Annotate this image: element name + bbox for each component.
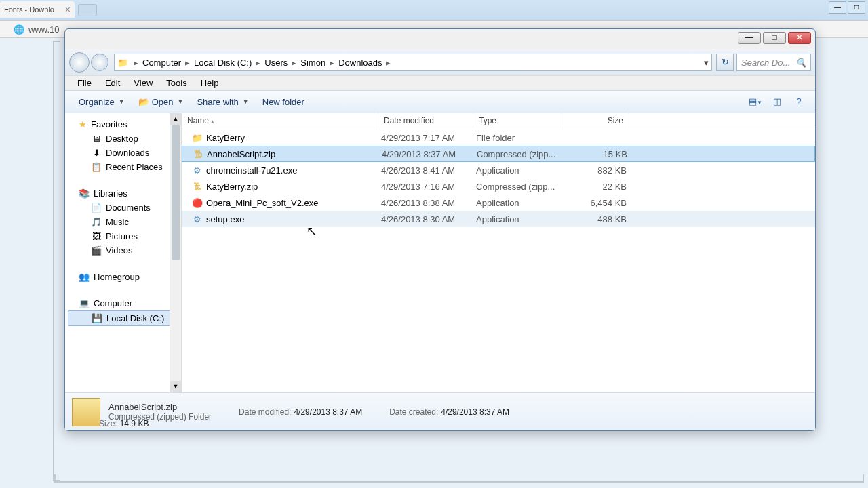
main-content: ★ Favorites 🖥Desktop ⬇Downloads 📋Recent … bbox=[65, 113, 815, 392]
details-created: 4/29/2013 8:37 AM bbox=[441, 407, 509, 417]
new-tab-button[interactable] bbox=[78, 4, 97, 16]
new-folder-button[interactable]: New folder bbox=[256, 94, 311, 110]
browser-maximize-icon[interactable]: □ bbox=[848, 1, 865, 14]
libraries-header[interactable]: 📚 Libraries bbox=[65, 186, 181, 201]
minimize-button[interactable]: — bbox=[738, 32, 761, 44]
open-icon: 📂 bbox=[138, 97, 149, 107]
file-type: Application bbox=[476, 214, 564, 224]
browser-window-controls: — □ bbox=[827, 1, 865, 14]
file-row[interactable]: 🔴Opera_Mini_Pc_soft_V2.exe4/26/2013 8:38… bbox=[182, 195, 815, 211]
breadcrumb-computer[interactable]: Computer bbox=[140, 58, 184, 68]
scroll-down-icon[interactable]: ▼ bbox=[170, 381, 181, 392]
toolbar: Organize▼ 📂 Open▼ Share with▼ New folder… bbox=[65, 90, 815, 113]
file-row[interactable]: ⚙chromeinstall-7u21.exe4/26/2013 8:41 AM… bbox=[182, 162, 815, 178]
explorer-titlebar[interactable]: — □ ✕ bbox=[65, 29, 815, 49]
breadcrumb-sep[interactable]: ▸ bbox=[328, 58, 336, 68]
explorer-window: — □ ✕ 📁 ▸ Computer ▸ Local Disk (C:) ▸ U… bbox=[64, 28, 816, 431]
address-dropdown-icon[interactable]: ▾ bbox=[704, 58, 709, 68]
breadcrumb-users[interactable]: Users bbox=[262, 58, 290, 68]
file-list: Name ▴ Date modified Type Size 📁KatyBerr… bbox=[182, 113, 815, 392]
sidebar-item-downloads[interactable]: ⬇Downloads bbox=[65, 146, 181, 160]
file-size: 6,454 KB bbox=[564, 198, 627, 208]
sidebar-item-documents[interactable]: 📄Documents bbox=[65, 201, 181, 215]
breadcrumb-localdisk[interactable]: Local Disk (C:) bbox=[191, 58, 254, 68]
menu-edit[interactable]: Edit bbox=[98, 77, 127, 89]
menu-bar: File Edit View Tools Help bbox=[65, 75, 815, 90]
file-row[interactable]: 🗜AnnabelScript.zip4/29/2013 8:37 AMCompr… bbox=[182, 146, 815, 162]
pictures-icon: 🖼 bbox=[91, 231, 102, 241]
maximize-button[interactable]: □ bbox=[763, 32, 786, 44]
file-name: AnnabelScript.zip bbox=[207, 149, 382, 159]
open-button[interactable]: 📂 Open▼ bbox=[132, 94, 191, 110]
preview-pane-button[interactable]: ◫ bbox=[768, 94, 787, 110]
file-row[interactable]: ⚙setup.exe4/26/2013 8:30 AMApplication48… bbox=[182, 211, 815, 227]
favorites-header[interactable]: ★ Favorites bbox=[65, 117, 181, 131]
search-icon[interactable]: 🔍 bbox=[795, 58, 806, 68]
column-size[interactable]: Size bbox=[561, 113, 629, 129]
scroll-up-icon[interactable]: ▲ bbox=[170, 113, 181, 125]
view-options-button[interactable]: ▤▼ bbox=[746, 94, 765, 110]
breadcrumb-simon[interactable]: Simon bbox=[298, 58, 328, 68]
breadcrumb-sep[interactable]: ▸ bbox=[290, 58, 298, 68]
files-container[interactable]: 📁KatyBerry4/29/2013 7:17 AMFile folder🗜A… bbox=[182, 129, 815, 392]
column-headers: Name ▴ Date modified Type Size bbox=[182, 113, 815, 129]
tab-close-icon[interactable]: × bbox=[65, 4, 71, 15]
breadcrumb-sep[interactable]: ▸ bbox=[184, 58, 191, 68]
file-type: Application bbox=[476, 198, 564, 208]
column-type[interactable]: Type bbox=[473, 113, 561, 129]
share-with-button[interactable]: Share with▼ bbox=[190, 94, 255, 110]
sidebar-item-music[interactable]: 🎵Music bbox=[65, 215, 181, 229]
computer-header[interactable]: 💻 Computer bbox=[65, 296, 181, 310]
file-type: Compressed (zipp... bbox=[476, 182, 564, 192]
organize-button[interactable]: Organize▼ bbox=[72, 94, 132, 110]
homegroup-group: 👥 Homegroup bbox=[65, 270, 181, 284]
nav-scrollbar[interactable]: ▲ ▼ bbox=[170, 113, 181, 392]
search-placeholder: Search Do... bbox=[741, 58, 790, 68]
file-date: 4/29/2013 7:17 AM bbox=[381, 133, 476, 143]
forward-button[interactable] bbox=[91, 54, 108, 71]
sidebar-item-videos[interactable]: 🎬Videos bbox=[65, 243, 181, 258]
browser-tab[interactable]: Fonts - Downlo × bbox=[0, 1, 75, 18]
refresh-button[interactable]: ↻ bbox=[716, 54, 734, 71]
file-name: KatyBerry.zip bbox=[206, 182, 381, 192]
star-icon: ★ bbox=[79, 119, 87, 129]
file-name: setup.exe bbox=[206, 214, 381, 224]
back-button[interactable] bbox=[69, 52, 90, 73]
search-input[interactable]: Search Do... 🔍 bbox=[736, 54, 811, 71]
file-name: Opera_Mini_Pc_soft_V2.exe bbox=[206, 198, 381, 208]
sidebar-item-recent[interactable]: 📋Recent Places bbox=[65, 160, 181, 174]
exe-icon: ⚙ bbox=[191, 165, 203, 176]
column-name[interactable]: Name ▴ bbox=[182, 113, 378, 129]
file-size: 22 KB bbox=[564, 182, 627, 192]
libraries-icon: 📚 bbox=[79, 188, 90, 199]
zip-icon: 🗜 bbox=[192, 149, 204, 159]
help-button[interactable]: ? bbox=[789, 94, 808, 110]
file-date: 4/26/2013 8:41 AM bbox=[381, 165, 476, 176]
menu-tools[interactable]: Tools bbox=[159, 77, 193, 89]
breadcrumb-sep[interactable]: ▸ bbox=[384, 58, 392, 68]
scroll-thumb[interactable] bbox=[172, 125, 180, 260]
recent-icon: 📋 bbox=[91, 162, 102, 172]
file-type: Compressed (zipp... bbox=[477, 149, 565, 159]
details-created-label: Date created: bbox=[389, 407, 438, 417]
menu-file[interactable]: File bbox=[71, 77, 98, 89]
column-date[interactable]: Date modified bbox=[378, 113, 473, 129]
address-bar[interactable]: 📁 ▸ Computer ▸ Local Disk (C:) ▸ Users ▸… bbox=[114, 54, 712, 71]
homegroup-header[interactable]: 👥 Homegroup bbox=[65, 270, 181, 284]
sidebar-item-desktop[interactable]: 🖥Desktop bbox=[65, 131, 181, 146]
sidebar-item-localdisk[interactable]: 💾Local Disk (C:) bbox=[68, 310, 178, 326]
close-button[interactable]: ✕ bbox=[788, 32, 811, 44]
browser-minimize-icon[interactable]: — bbox=[829, 1, 846, 14]
details-mod: 4/29/2013 8:37 AM bbox=[294, 407, 362, 417]
folder-icon: 📁 bbox=[191, 133, 203, 143]
breadcrumb-downloads[interactable]: Downloads bbox=[336, 58, 384, 68]
file-row[interactable]: 🗜KatyBerry.zip4/29/2013 7:16 AMCompresse… bbox=[182, 178, 815, 195]
details-pane: AnnabelScript.zip Compressed (zipped) Fo… bbox=[65, 392, 815, 430]
file-row[interactable]: 📁KatyBerry4/29/2013 7:17 AMFile folder bbox=[182, 129, 815, 146]
details-size: 14.9 KB bbox=[120, 419, 149, 428]
menu-view[interactable]: View bbox=[127, 77, 159, 89]
libraries-group: 📚 Libraries 📄Documents 🎵Music 🖼Pictures … bbox=[65, 186, 181, 258]
breadcrumb-sep[interactable]: ▸ bbox=[254, 58, 262, 68]
menu-help[interactable]: Help bbox=[194, 77, 226, 89]
sidebar-item-pictures[interactable]: 🖼Pictures bbox=[65, 229, 181, 243]
